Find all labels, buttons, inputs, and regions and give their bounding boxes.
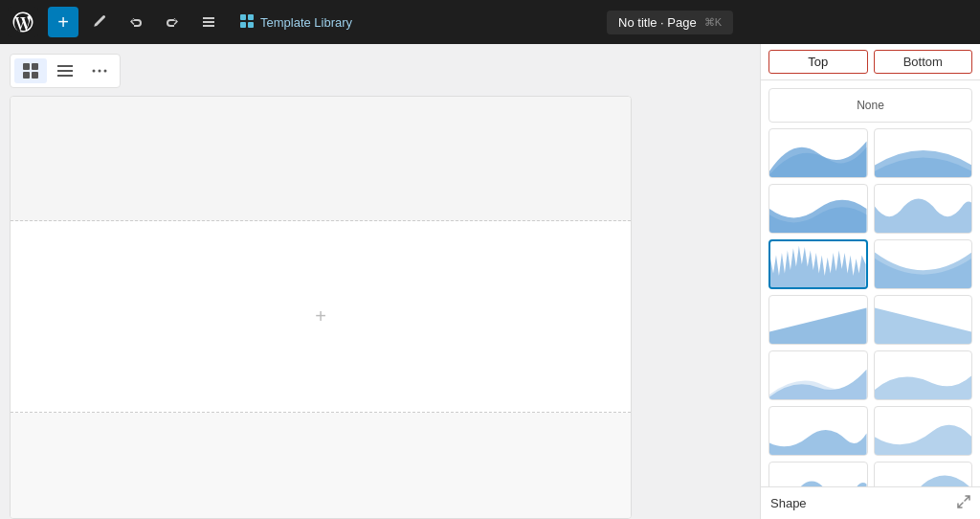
shape-option-8[interactable] (874, 295, 973, 345)
svg-rect-5 (240, 22, 246, 28)
shape-svg-5 (770, 241, 866, 287)
svg-point-16 (104, 70, 107, 73)
svg-rect-12 (57, 70, 73, 72)
expand-icon[interactable] (957, 495, 970, 511)
svg-rect-11 (57, 65, 73, 67)
svg-rect-3 (240, 14, 246, 20)
block-toolbar (10, 54, 121, 88)
shape-option-11[interactable] (768, 406, 868, 456)
wordpress-icon (11, 11, 34, 34)
template-library-button[interactable]: Template Library (230, 8, 362, 37)
right-panel: Top Bottom None (760, 44, 980, 519)
shape-svg-14 (875, 463, 972, 486)
shape-grid: None (768, 88, 972, 486)
svg-rect-9 (23, 72, 30, 79)
page-title: No title · Page (618, 15, 697, 30)
shape-svg-9 (769, 351, 867, 399)
wp-logo[interactable] (8, 7, 38, 37)
shape-option-10[interactable] (874, 350, 973, 400)
canvas-top-section (11, 97, 631, 221)
undo-icon (128, 14, 144, 30)
shape-svg-6 (875, 240, 972, 288)
shape-option-6[interactable] (874, 239, 973, 289)
add-block-button[interactable]: + (48, 7, 78, 37)
shape-svg-3 (769, 185, 867, 233)
align-button[interactable] (49, 58, 81, 83)
undo-button[interactable] (121, 7, 151, 37)
shape-none-option[interactable]: None (768, 88, 972, 123)
shape-svg-8 (875, 296, 972, 344)
shape-svg-4 (875, 185, 972, 233)
shape-option-14[interactable] (874, 462, 973, 486)
svg-rect-4 (248, 14, 254, 20)
shape-option-9[interactable] (768, 350, 868, 400)
toolbar-center: No title · Page ⌘K (368, 11, 972, 34)
template-library-icon (239, 13, 255, 32)
list-view-button[interactable] (193, 7, 224, 37)
svg-rect-6 (248, 22, 254, 28)
shape-svg-1 (769, 129, 867, 177)
shape-svg-12 (875, 407, 972, 455)
shape-options-scroll[interactable]: None (761, 80, 980, 486)
shape-option-7[interactable] (768, 295, 868, 345)
align-icon (56, 62, 74, 79)
shape-label: Shape (770, 496, 807, 510)
shape-svg-13 (769, 463, 867, 486)
panel-tabs: Top Bottom (761, 44, 980, 80)
canvas-bottom-section (11, 413, 631, 518)
svg-point-14 (93, 70, 96, 73)
svg-rect-8 (32, 63, 38, 70)
shape-option-13[interactable] (768, 462, 868, 486)
shape-svg-11 (769, 407, 867, 455)
editor-area: + (0, 44, 760, 519)
main-area: + Top Bottom None (0, 44, 980, 519)
expand-svg (957, 495, 970, 508)
shape-option-3[interactable] (768, 184, 868, 234)
svg-point-15 (99, 70, 101, 73)
svg-rect-2 (203, 25, 214, 27)
shape-svg-10 (875, 351, 972, 399)
pen-tool-button[interactable] (84, 7, 115, 37)
tab-top[interactable]: Top (768, 50, 868, 74)
grid-icon (22, 62, 39, 79)
editor-canvas: + (10, 96, 632, 519)
grid-view-button[interactable] (14, 58, 47, 83)
main-toolbar: + Template Library No title · Page ⌘K (0, 0, 980, 44)
svg-rect-7 (23, 63, 30, 70)
none-label: None (857, 99, 884, 112)
dots-icon (91, 62, 108, 79)
svg-rect-10 (32, 72, 38, 79)
shape-option-12[interactable] (874, 406, 973, 456)
redo-button[interactable] (157, 7, 188, 37)
shape-option-1[interactable] (768, 128, 868, 178)
panel-footer: Shape 2 (761, 486, 980, 519)
pen-icon (92, 14, 107, 30)
keyboard-shortcut: ⌘K (704, 16, 722, 29)
svg-rect-0 (203, 17, 214, 19)
template-icon-svg (239, 13, 255, 29)
shape-option-4[interactable] (874, 184, 973, 234)
template-library-label: Template Library (260, 15, 352, 30)
redo-icon (165, 14, 180, 30)
tab-bottom[interactable]: Bottom (874, 50, 973, 74)
canvas-middle-section[interactable]: + (11, 221, 631, 413)
svg-rect-13 (57, 75, 73, 77)
shape-option-2[interactable] (874, 128, 973, 178)
add-section-icon[interactable]: + (315, 305, 326, 327)
svg-rect-1 (203, 21, 214, 23)
shape-option-5-selected[interactable] (768, 239, 868, 289)
list-view-icon (201, 14, 216, 30)
shape-svg-2 (875, 129, 972, 177)
page-title-area[interactable]: No title · Page ⌘K (607, 11, 733, 34)
shape-svg-7 (769, 296, 867, 344)
more-options-button[interactable] (83, 58, 116, 83)
